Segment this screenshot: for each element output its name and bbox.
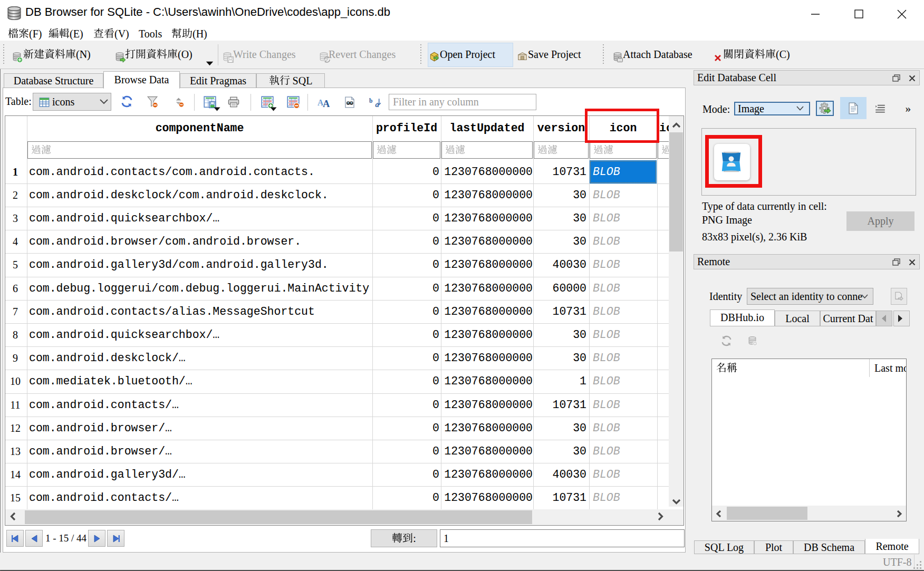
svg-text:b: b	[369, 98, 372, 104]
svg-text:A: A	[323, 98, 330, 108]
